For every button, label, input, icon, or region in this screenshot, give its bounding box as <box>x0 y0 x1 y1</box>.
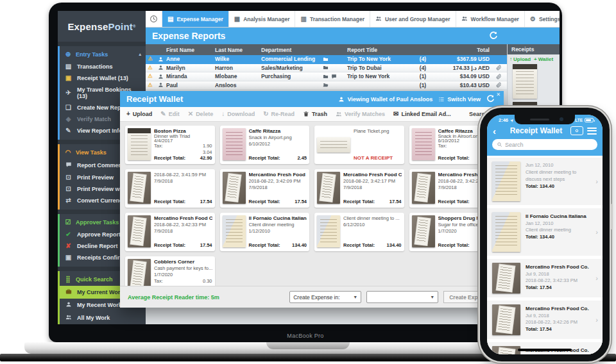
page-title-bar: Expense Reports <box>146 28 560 44</box>
paperclip-icon <box>492 74 506 79</box>
status-time: 2:46 <box>499 117 508 123</box>
col-last-name[interactable]: Last Name <box>215 47 261 53</box>
sidebar-item-receipt-wallet[interactable]: ▣ Receipt Wallet (13) <box>60 72 146 84</box>
table-row[interactable]: ⚠ Miranda Mlobane Purchasing Trip to New… <box>146 72 507 81</box>
edit-button[interactable]: ✎ Edit <box>160 111 179 117</box>
plane-icon: ✈ <box>64 90 73 96</box>
chevron-down-icon: ▼ <box>353 295 357 299</box>
wallet-link[interactable]: + Wallet <box>534 56 553 62</box>
col-first-name[interactable]: First Name <box>166 47 215 53</box>
sidebar-section-header-entry-tasks[interactable]: ⊕ Entry Tasks ▴ <box>60 48 146 61</box>
receipt-image <box>128 128 151 160</box>
modal-header: Receipt Wallet Viewing Wallet of Paul An… <box>120 91 504 107</box>
sidebar-item-transactions[interactable]: ▤ Transactions <box>60 61 146 72</box>
back-chevron-icon[interactable]: ‹ <box>493 126 502 136</box>
receipt-image <box>128 215 151 247</box>
receipt-image <box>317 215 340 247</box>
tab-workflow-manager[interactable]: Workflow Manager <box>456 11 525 27</box>
receipt-card[interactable]: Boston Pizza Dinner with Triad 4/4/2017 … <box>125 126 215 164</box>
person-icon <box>155 65 166 70</box>
receipt-image <box>128 259 151 286</box>
receipt-image <box>317 172 340 204</box>
receipt-card[interactable]: Cobblers Corner Cash payment for keys fo… <box>125 256 215 286</box>
warning-icon: ⚠ <box>146 83 155 88</box>
col-total[interactable]: Total <box>432 47 492 53</box>
tab-settings-manager[interactable]: ⚙ Settings Manager <box>525 11 560 27</box>
section-label: View Tasks <box>76 149 107 156</box>
laptop-lid-notch <box>266 342 350 349</box>
scene: MacBook Pro ExpensePoint® ⊕ Entry Tasks … <box>0 0 616 364</box>
phone-page-title: Receipt Wallet <box>502 126 570 135</box>
person-icon <box>64 301 73 309</box>
verify-matches-button[interactable]: Verify Matches <box>336 111 385 117</box>
refresh-button[interactable] <box>488 31 498 40</box>
table-row[interactable]: ⚠ Paul Ansloos (1) $10.43 USD <box>146 81 507 90</box>
receipt-card[interactable]: Client dinner meeting to ... 6/12/2010 R… <box>314 213 404 251</box>
folder-icon <box>323 74 329 79</box>
tab-transaction-manager[interactable]: ▥ Transaction Manager <box>295 11 370 27</box>
sidebar-item-all-my-work[interactable]: All My Work <box>60 311 146 324</box>
hamburger-menu-icon[interactable] <box>587 128 597 135</box>
phone-receipt-item[interactable]: Il Fornaio Cucina Italiana Jan 12, 2010 … <box>487 208 603 256</box>
folder-open-icon <box>323 82 329 88</box>
chevron-right-icon: › <box>595 228 598 236</box>
receipt-card[interactable]: Mercatino Fresh Food Co. 2018-08-22, 3:4… <box>125 213 215 251</box>
phone-nav-bar: ‹ Receipt Wallet <box>487 123 603 138</box>
envelope-icon: ✉ <box>393 111 398 117</box>
report-select[interactable]: ▼ <box>366 291 438 303</box>
phone-search-bar[interactable] <box>492 139 597 150</box>
modal-refresh-button[interactable] <box>486 94 495 106</box>
camera-button[interactable] <box>570 126 583 135</box>
phone-receipt-item[interactable]: Mercatino Fresh Food Co. Jul 9, 2018 201… <box>487 301 603 339</box>
clock-button[interactable] <box>146 11 162 27</box>
comment-icon <box>331 74 337 79</box>
download-button[interactable]: ↓ Download <box>221 111 255 117</box>
people-icon <box>336 111 342 117</box>
person-icon <box>155 74 166 79</box>
switch-view-button[interactable]: Switch View <box>438 96 481 103</box>
receipt-card[interactable]: Il Fornaio Cucina Italiana Client dinner… <box>220 213 310 251</box>
linked-email-button[interactable]: ✉ Linked Email Ad... <box>393 111 451 117</box>
chevron-right-icon: › <box>595 178 598 185</box>
receipt-card[interactable]: Mercatino Fresh Food Co. 2018-08-22, 3:4… <box>314 169 404 208</box>
x-icon: ✕ <box>188 111 193 117</box>
tab-expense-manager[interactable]: ▤ Expense Manager <box>162 11 229 27</box>
receipt-card[interactable]: Mercantino Fresh Food ... 2018-08-22, 3:… <box>220 169 310 208</box>
page-title: Expense Reports <box>152 31 225 41</box>
trash-button[interactable]: Trash <box>303 111 327 117</box>
close-icon[interactable]: ✕ <box>496 92 501 97</box>
comment-icon <box>64 161 73 169</box>
col-department[interactable]: Department <box>261 47 320 53</box>
warning-icon: ⚠ <box>146 65 155 70</box>
chevron-right-icon: › <box>595 274 598 282</box>
receipt-image <box>412 128 435 160</box>
phone-receipt-item[interactable]: Jun 12, 2010 Client dinner meeting to di… <box>487 158 603 205</box>
plus-circle-icon: ⊕ <box>64 51 72 58</box>
reread-button[interactable]: ↻ Re-Read <box>263 111 295 117</box>
receipt-card[interactable]: Caffe Ritazza Snack in Airport.png 6/10/… <box>220 126 310 164</box>
download-icon: ↓ <box>221 111 225 117</box>
plus-icon: + <box>126 111 130 117</box>
upload-button[interactable]: + Upload <box>126 111 152 117</box>
upload-link[interactable]: ↑ Upload <box>509 56 531 62</box>
tab-analysis-manager[interactable]: ▦ Analysis Manager <box>229 11 296 27</box>
table-header: First Name Last Name Department Report T… <box>146 44 507 55</box>
phone-search-input[interactable] <box>505 142 593 148</box>
table-row[interactable]: ⚠ Anne Wilke Commercial Lending Trip To … <box>146 55 507 64</box>
delete-button[interactable]: ✕ Delete <box>188 111 213 117</box>
table-row[interactable]: ⚠ Marilyn Harron Sales/Marketing Trip To… <box>146 64 507 73</box>
create-expense-in-select[interactable]: Create Expense in: ▼ <box>289 291 361 303</box>
carrier-label: LTE <box>575 118 583 122</box>
receipt-card-grid: Boston Pizza Dinner with Triad 4/4/2017 … <box>120 122 504 286</box>
paperclip-icon <box>492 65 506 70</box>
receipt-card-not-a-receipt[interactable]: Plane Ticket.png NOT A RECEIPT <box>314 126 404 164</box>
receipt-image <box>223 172 246 204</box>
tab-user-group-manager[interactable]: User and Group Manager <box>370 11 456 27</box>
receipt-thumbnail[interactable] <box>513 64 537 99</box>
modal-title: Receipt Wallet <box>126 94 183 104</box>
home-indicator[interactable] <box>518 349 572 351</box>
view-arc-icon: ◠ <box>64 149 72 156</box>
receipt-card[interactable]: 2018-08-22, 3:41:59 PM 7/9/2018 Receipt … <box>125 169 215 208</box>
col-report-title[interactable]: Report Title <box>347 47 414 53</box>
phone-receipt-item[interactable]: Mercatino Fresh Food Co. Jul 9, 2018 201… <box>487 259 603 297</box>
